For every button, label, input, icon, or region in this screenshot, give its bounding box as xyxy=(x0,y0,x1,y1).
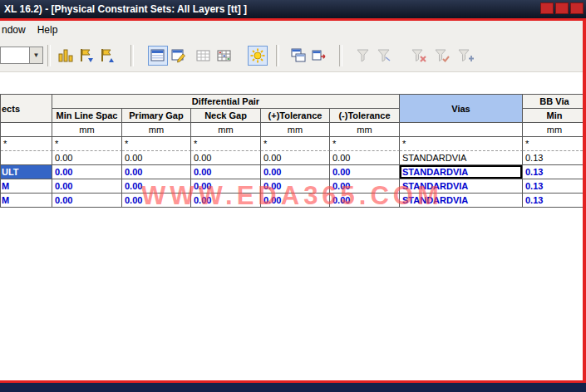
min-cell[interactable]: 0.13 xyxy=(523,165,586,179)
chevron-down-icon[interactable]: ▼ xyxy=(29,47,43,64)
worksheet-selector-icon[interactable] xyxy=(148,46,168,66)
data-cell[interactable]: 0.00 xyxy=(52,165,122,179)
red-annotation-line-right xyxy=(583,21,586,380)
app-window: XL 16.2) - [Physical Constraint Sets: Al… xyxy=(0,0,586,392)
menu-bar: ndow Help xyxy=(0,21,586,39)
column-header-plus-tolerance[interactable]: (+)Tolerance xyxy=(261,109,330,123)
unit-cell: mm xyxy=(330,123,400,137)
unit-cell xyxy=(400,123,523,137)
data-cell[interactable]: 0.00 xyxy=(122,165,191,179)
data-cell[interactable]: 0.00 xyxy=(330,165,400,179)
object-cell[interactable] xyxy=(1,151,52,165)
vias-cell-active[interactable]: STANDARDVIA xyxy=(400,165,523,179)
object-cell[interactable]: ULT xyxy=(1,165,52,179)
data-cell[interactable]: 0.00 xyxy=(191,165,261,179)
filter-clear-icon[interactable] xyxy=(456,46,475,66)
flag-down-icon[interactable] xyxy=(76,46,96,66)
data-cell[interactable]: 0.00 xyxy=(261,165,330,179)
column-header-min[interactable]: Min xyxy=(523,109,586,123)
close-button[interactable] xyxy=(570,2,584,14)
toolbar-separator xyxy=(47,45,51,66)
toolbar: ▼ xyxy=(0,39,586,72)
data-cell[interactable]: 0.00 xyxy=(122,151,191,165)
group-header-bb-via[interactable]: BB Via xyxy=(523,95,586,109)
toolbar-separator xyxy=(130,45,134,66)
data-cell[interactable]: 0.00 xyxy=(261,151,330,165)
menu-window[interactable]: ndow xyxy=(0,22,32,37)
unit-cell: mm xyxy=(191,123,261,137)
menu-help[interactable]: Help xyxy=(32,22,64,37)
filter-cell[interactable]: * xyxy=(191,137,261,151)
unit-cell: mm xyxy=(523,123,586,137)
filter-cell[interactable]: * xyxy=(330,137,400,151)
filter-cell[interactable]: * xyxy=(261,137,330,151)
window-controls xyxy=(540,2,584,14)
window-link-icon[interactable] xyxy=(309,46,329,66)
filter-cell[interactable]: * xyxy=(1,137,52,151)
min-cell[interactable]: 0.13 xyxy=(523,194,586,208)
data-cell[interactable]: 0.00 xyxy=(191,151,261,165)
vias-cell[interactable]: STANDARDVIA xyxy=(400,151,523,165)
filter-cell[interactable]: * xyxy=(52,137,122,151)
filter-icon[interactable] xyxy=(353,46,373,66)
data-cell[interactable]: 0.00 xyxy=(52,179,122,194)
vias-column-header[interactable]: Vias xyxy=(400,95,523,123)
toolbar-separator xyxy=(276,45,279,66)
unit-cell: mm xyxy=(122,123,191,137)
data-cell[interactable]: 0.00 xyxy=(330,151,400,165)
data-cell[interactable]: 0.00 xyxy=(52,194,122,208)
grid-plain-icon[interactable] xyxy=(194,46,214,66)
title-bar: XL 16.2) - [Physical Constraint Sets: Al… xyxy=(0,0,586,18)
min-cell[interactable]: 0.13 xyxy=(523,179,586,194)
column-header-minus-tolerance[interactable]: (-)Tolerance xyxy=(330,109,400,123)
object-cell[interactable]: M xyxy=(1,194,52,208)
flag-up-icon[interactable] xyxy=(97,46,117,66)
bottom-bar xyxy=(0,383,586,392)
watermark-text: WWW.EDA365.COM xyxy=(141,181,443,211)
filter-delete-icon[interactable] xyxy=(409,46,429,66)
grid-values-icon[interactable] xyxy=(214,46,234,66)
toolbar-combobox[interactable] xyxy=(0,47,29,64)
unit-cell: mm xyxy=(52,123,122,137)
data-cell[interactable]: 0.00 xyxy=(52,151,122,165)
analyze-sun-icon[interactable] xyxy=(248,46,268,66)
filter-apply-icon[interactable] xyxy=(432,46,452,66)
column-header-neck-gap[interactable]: Neck Gap xyxy=(191,109,261,123)
column-header-primary-gap[interactable]: Primary Gap xyxy=(122,109,191,123)
unit-cell xyxy=(1,123,52,137)
min-cell[interactable]: 0.13 xyxy=(523,151,586,165)
object-cell[interactable]: M xyxy=(1,179,52,194)
minimize-button[interactable] xyxy=(540,2,554,14)
filter-edit-icon[interactable] xyxy=(374,46,394,66)
window-title: XL 16.2) - [Physical Constraint Sets: Al… xyxy=(0,3,247,15)
filter-cell[interactable]: * xyxy=(122,137,191,151)
worksheet-edit-icon[interactable] xyxy=(169,46,189,66)
filter-cell[interactable]: * xyxy=(400,137,523,151)
unit-cell: mm xyxy=(261,123,330,137)
column-header-min-line-spac[interactable]: Min Line Spac xyxy=(52,109,122,123)
copy-window-icon[interactable] xyxy=(288,46,308,66)
toolbar-separator xyxy=(339,45,342,66)
objects-column-header[interactable]: ects xyxy=(1,95,52,123)
column-report-icon[interactable] xyxy=(56,46,76,66)
filter-cell[interactable]: * xyxy=(523,137,586,151)
group-header-differential-pair[interactable]: Differential Pair xyxy=(52,95,400,109)
maximize-button[interactable] xyxy=(555,2,569,14)
